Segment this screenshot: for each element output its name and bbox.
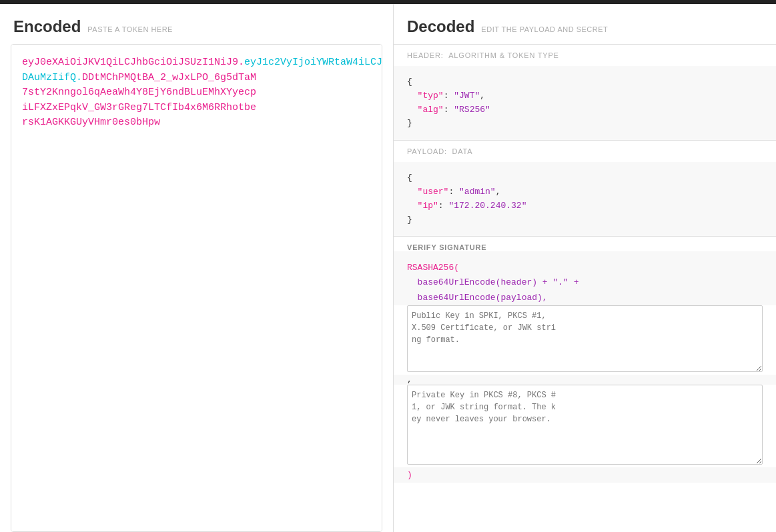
left-header: Encoded PASTE A TOKEN HERE [0, 17, 393, 44]
token-dot2: . [76, 72, 82, 83]
verify-line2: base64UrlEncode(payload), [418, 293, 548, 303]
verify-comma: , [394, 375, 776, 385]
private-key-input[interactable] [407, 385, 763, 465]
public-key-input[interactable] [407, 305, 763, 372]
header-code-block[interactable]: { "typ": "JWT", "alg": "RS256" } [394, 66, 776, 140]
right-header: Decoded EDIT THE PAYLOAD AND SECRET [394, 4, 776, 44]
payload-close-brace: } [407, 215, 412, 225]
header-open-brace: { [407, 77, 412, 87]
payload-user-key: "user" [418, 187, 449, 197]
verify-close-paren: ) [394, 467, 776, 483]
header-alg-val: "RS256" [454, 105, 490, 115]
payload-ip-val: "172.20.240.32" [448, 201, 526, 211]
encoded-token-area[interactable]: eyJ0eXAiOiJKV1QiLCJhbGciOiJSUzI1NiJ9.eyJ… [11, 44, 382, 532]
decoded-subtitle: EDIT THE PAYLOAD AND SECRET [481, 25, 608, 33]
main-layout: Encoded PASTE A TOKEN HERE eyJ0eXAiOiJKV… [0, 4, 776, 532]
decoded-title: Decoded [407, 17, 474, 36]
right-panel: Decoded EDIT THE PAYLOAD AND SECRET HEAD… [394, 4, 776, 532]
verify-fn: RSASHA256( [407, 263, 459, 273]
header-section: HEADER: ALGORITHM & TOKEN TYPE { "typ": … [394, 44, 776, 140]
verify-line1: base64UrlEncode(header) + "." + [418, 277, 579, 287]
payload-label: PAYLOAD: DATA [394, 141, 776, 159]
left-panel: Encoded PASTE A TOKEN HERE eyJ0eXAiOiJKV… [0, 4, 394, 532]
payload-user-val: "admin" [459, 187, 496, 197]
encoded-title: Encoded [13, 17, 81, 36]
header-typ-key: "typ" [418, 91, 444, 101]
header-typ-val: "JWT" [454, 91, 480, 101]
token-part1: eyJ0eXAiOiJKV1QiLCJhbGciOiJSUzI1NiJ9 [22, 57, 238, 68]
verify-section: VERIFY SIGNATURE RSASHA256( base64UrlEnc… [394, 236, 776, 482]
token-dot1: . [238, 57, 244, 68]
payload-ip-key: "ip" [418, 201, 438, 211]
payload-code-block[interactable]: { "user": "admin", "ip": "172.20.240.32"… [394, 162, 776, 236]
header-label: HEADER: ALGORITHM & TOKEN TYPE [394, 45, 776, 63]
header-alg-key: "alg" [418, 105, 444, 115]
encoded-subtitle: PASTE A TOKEN HERE [87, 25, 173, 33]
header-close-brace: } [407, 118, 412, 128]
payload-section: PAYLOAD: DATA { "user": "admin", "ip": "… [394, 140, 776, 236]
verify-label: VERIFY SIGNATURE [394, 237, 776, 251]
payload-open-brace: { [407, 173, 412, 183]
verify-code: RSASHA256( base64UrlEncode(header) + "."… [394, 251, 776, 305]
